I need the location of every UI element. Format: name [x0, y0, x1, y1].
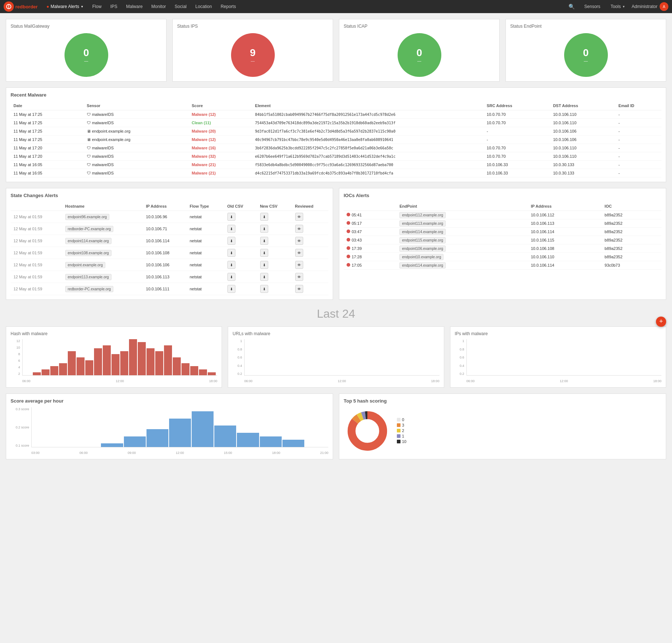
nav-reports[interactable]: Reports [217, 0, 239, 13]
download-icon[interactable]: ⬇ [260, 237, 268, 245]
sc-col-ip: IP Address [143, 202, 187, 211]
eye-icon[interactable]: 👁 [295, 237, 303, 245]
download-icon[interactable]: ⬇ [227, 261, 235, 269]
top5-hash-card: Top 5 hash scoring [339, 393, 666, 459]
nav-sensors[interactable]: Sensors [581, 0, 604, 13]
main-content: Status MailGateway 0 — Status IPS 9 --- … [0, 13, 672, 465]
table-row: 11 May at 17:25 🖥 endpoint.example.org M… [11, 136, 661, 144]
legend-color [397, 440, 401, 443]
two-col-section: State Changes Alerts Hostname IP Address… [6, 188, 666, 300]
table-row: 11 May at 17:20 🛡 malwareIDS Malware (32… [11, 152, 661, 161]
nav-malware-alerts[interactable]: ● Malware Alerts ▼ [43, 0, 87, 13]
sc-col-reviewed: Reviewed [292, 202, 328, 211]
download-icon[interactable]: ⬇ [260, 249, 268, 257]
download-icon[interactable]: ⬇ [260, 273, 268, 281]
eye-icon[interactable]: 👁 [295, 249, 303, 257]
bar [199, 369, 207, 375]
sc-col-oldcsv: Old CSV [224, 202, 257, 211]
nav-tools[interactable]: Tools ▼ [607, 0, 629, 13]
chevron-icon: ▼ [81, 5, 83, 8]
score-chart-area [31, 407, 328, 447]
hash-y-labels: 12 10 8 6 4 2 [11, 339, 22, 376]
legend-item: 2 [397, 428, 406, 433]
score-bars [32, 407, 328, 447]
state-changes-table: Hostname IP Address Flow Type Old CSV Ne… [11, 202, 328, 295]
legend-item: 3 [397, 423, 406, 427]
bar [190, 366, 198, 375]
download-icon[interactable]: ⬇ [227, 249, 235, 257]
eye-icon[interactable]: 👁 [295, 285, 303, 293]
eye-icon[interactable]: 👁 [295, 261, 303, 269]
urls-chart-card: URLs with malware 1 0.8 0.6 0.4 0.2 06:0… [228, 326, 444, 388]
user-avatar: A [660, 2, 668, 11]
score-avg-title: Score average per hour [11, 398, 328, 404]
nav-ips[interactable]: IPS [107, 0, 121, 13]
table-row: 03:47 endpoint114.example.org 10.0.106.1… [344, 228, 661, 236]
legend-item: 10 [397, 439, 406, 444]
donut-legend: 0 3 2 1 10 [397, 417, 406, 445]
hash-chart-card: Hash with malware 12 10 8 6 4 2 06:00 12… [6, 326, 222, 388]
table-row: 03:43 endpoint115.example.org 10.0.106.1… [344, 236, 661, 244]
table-row: 05:17 endpoint113.example.org 10.0.106.1… [344, 219, 661, 228]
status-ips-title: Status IPS [177, 24, 328, 29]
state-changes-title: State Changes Alerts [11, 193, 328, 198]
float-action-button[interactable]: + [656, 317, 666, 327]
nav-malware[interactable]: Malware [122, 0, 146, 13]
nav-monitor[interactable]: Monitor [148, 0, 169, 13]
download-icon[interactable]: ⬇ [227, 285, 235, 293]
download-icon[interactable]: ⬇ [227, 225, 235, 233]
nav-user[interactable]: Administrator A [632, 2, 668, 11]
urls-chart-container: 1 0.8 0.6 0.4 0.2 06:00 12:00 18:00 [233, 339, 439, 383]
bar [101, 443, 123, 447]
eye-icon[interactable]: 👁 [295, 225, 303, 233]
download-icon[interactable]: ⬇ [260, 225, 268, 233]
iocs-table: EndPoint IP Address IOC 05:41 endpoint11… [344, 202, 661, 270]
bar [138, 342, 146, 375]
brand-logo [4, 1, 14, 12]
search-icon[interactable]: 🔍 [566, 4, 578, 9]
nav-right: 🔍 Sensors Tools ▼ Administrator A [566, 0, 668, 13]
bar [59, 363, 67, 375]
score-x-labels: 03:00 06:00 09:00 12:00 15:00 18:00 21:0… [31, 447, 328, 455]
bar [173, 357, 181, 376]
status-circle-icap: 0 — [398, 33, 441, 77]
download-icon[interactable]: ⬇ [260, 213, 268, 221]
eye-icon[interactable]: 👁 [295, 273, 303, 281]
status-endpoint-title: Status EndPoint [510, 24, 661, 29]
hash-chart-container: 12 10 8 6 4 2 06:00 12:00 18:00 [11, 339, 217, 383]
table-row: 17:05 endpoint114.example.org 10.0.106.1… [344, 261, 661, 270]
legend-color [397, 418, 401, 422]
status-circle-endpoint: 0 — [564, 33, 608, 77]
status-mailgateway-title: Status MailGateway [11, 24, 162, 29]
donut-chart [344, 407, 391, 455]
nav-social[interactable]: Social [171, 0, 190, 13]
score-avg-card: Score average per hour 0.3 score 0.2 sco… [6, 393, 333, 459]
download-icon[interactable]: ⬇ [260, 285, 268, 293]
table-row: 11 May at 17:20 🛡 malwareIDS Malware (16… [11, 144, 661, 152]
legend-color [397, 434, 401, 438]
bar [33, 372, 41, 375]
status-card-mailgateway: Status MailGateway 0 — [6, 19, 167, 82]
brand[interactable]: redborder [4, 1, 38, 12]
download-icon[interactable]: ⬇ [227, 237, 235, 245]
download-icon[interactable]: ⬇ [260, 261, 268, 269]
nav-flow[interactable]: Flow [89, 0, 105, 13]
download-icon[interactable]: ⬇ [227, 213, 235, 221]
urls-chart-title: URLs with malware [233, 331, 439, 336]
ips-x-labels: 06:00 12:00 18:00 [466, 376, 661, 383]
bar [85, 360, 93, 375]
download-icon[interactable]: ⬇ [227, 273, 235, 281]
sc-col-flow: Flow Type [187, 202, 224, 211]
col-dst: DST Address [550, 101, 616, 110]
eye-icon[interactable]: 👁 [295, 213, 303, 221]
nav-location[interactable]: Location [192, 0, 215, 13]
table-row: 11 May at 17:25 🛡 malwareIDS Malware (12… [11, 110, 661, 119]
legend-item: 1 [397, 434, 406, 438]
hash-x-labels: 06:00 12:00 18:00 [22, 376, 217, 383]
status-card-endpoint: Status EndPoint 0 — [505, 19, 666, 82]
recent-malware-title: Recent Malware [11, 92, 661, 98]
bottom-row: Score average per hour 0.3 score 0.2 sco… [6, 393, 666, 459]
col-score: Score [189, 101, 252, 110]
table-row: 11 May at 16:05 🛡 malwareIDS Malware (21… [11, 169, 661, 177]
table-row: 12 May at 01:59 endpoint108.example.org … [11, 247, 328, 259]
